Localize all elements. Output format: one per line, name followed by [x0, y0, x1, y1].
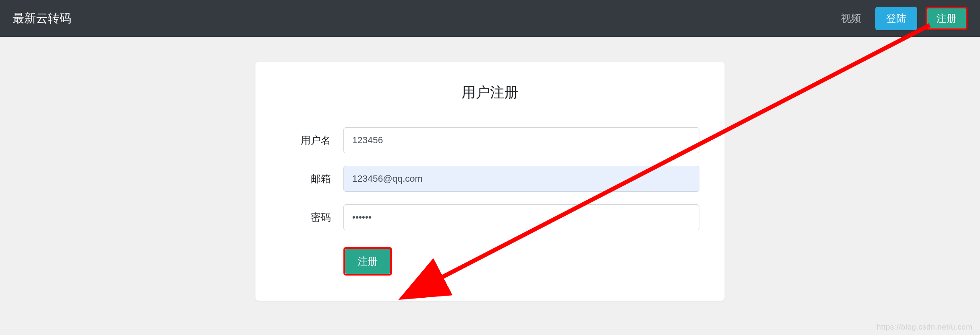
- login-button[interactable]: 登陆: [875, 7, 917, 30]
- email-input[interactable]: [343, 166, 699, 192]
- register-submit-button[interactable]: 注册: [345, 249, 390, 274]
- registration-card: 用户注册 用户名 邮箱 密码 注册: [255, 62, 725, 301]
- password-row: 密码: [281, 204, 699, 230]
- username-row: 用户名: [281, 127, 699, 153]
- watermark: https://blog.csdn.net/u.com: [877, 323, 972, 332]
- navbar-right: 视频 登陆 注册: [835, 7, 967, 30]
- username-label: 用户名: [281, 134, 343, 147]
- submit-highlight: 注册: [343, 247, 392, 276]
- form-actions: 注册: [281, 247, 699, 276]
- email-label: 邮箱: [281, 172, 343, 186]
- email-row: 邮箱: [281, 166, 699, 192]
- navbar: 最新云转码 视频 登陆 注册: [0, 0, 980, 37]
- nav-link-video[interactable]: 视频: [835, 8, 867, 28]
- username-input[interactable]: [343, 127, 699, 153]
- password-label: 密码: [281, 211, 343, 224]
- register-nav-button[interactable]: 注册: [926, 7, 967, 30]
- password-input[interactable]: [343, 204, 699, 230]
- form-title: 用户注册: [281, 83, 699, 102]
- brand-title[interactable]: 最新云转码: [13, 10, 71, 26]
